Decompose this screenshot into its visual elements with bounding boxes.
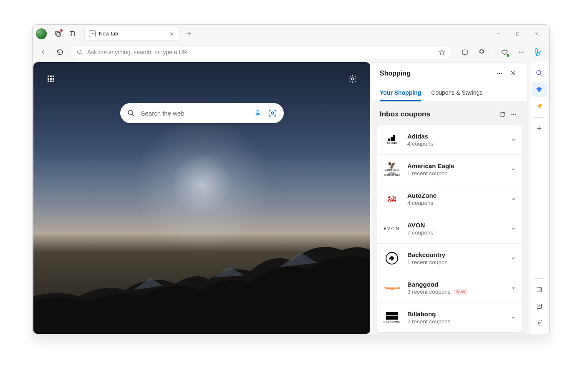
close-window-button[interactable]: [527, 27, 546, 40]
brand-name: Adidas: [407, 133, 504, 140]
split-screen-button[interactable]: [458, 45, 472, 59]
shopping-side-panel: Shopping Your Shopping Coupons & Savings…: [372, 62, 527, 334]
brand-logo: adidas: [383, 131, 401, 149]
brand-name: American Eagle: [407, 162, 504, 169]
profile-avatar[interactable]: [36, 28, 47, 39]
minimize-button[interactable]: [489, 27, 507, 40]
coupon-item[interactable]: 🦅AMERICAN EAGLEOUTFITTERSAmerican Eagle1…: [377, 155, 522, 184]
brand-name: Billabong: [407, 310, 504, 318]
sidebar-open-external-button[interactable]: [532, 299, 547, 314]
window-controls: [489, 27, 546, 40]
voice-search-button[interactable]: [254, 109, 262, 117]
titlebar: ⋯ New tab: [33, 25, 549, 43]
section-more-button[interactable]: [508, 108, 520, 120]
ntp-search-box[interactable]: Search the web: [120, 103, 284, 123]
brand-name: Backcountry: [407, 251, 504, 258]
svg-point-12: [78, 50, 81, 54]
brand-subtext: 1 recent coupon: [407, 259, 448, 265]
favorites-hub-button[interactable]: [497, 45, 512, 59]
panel-header: Shopping: [372, 63, 527, 84]
apps-grid-icon: [48, 76, 54, 82]
coupon-item[interactable]: AutoZoneAutoZone4 coupons: [377, 184, 522, 214]
brand-info: Backcountry1 recent coupon: [407, 251, 504, 266]
tab-close-button[interactable]: [168, 30, 175, 37]
tab-new-tab[interactable]: ⋯ New tab: [84, 27, 179, 41]
addressbar-input[interactable]: [87, 49, 434, 55]
image-search-button[interactable]: [268, 108, 277, 118]
ntp-search-placeholder: Search the web: [141, 110, 248, 117]
background-mountain: [33, 227, 370, 334]
sidebar-send-button[interactable]: [532, 99, 547, 114]
sidebar-add-button[interactable]: [532, 121, 547, 136]
brand-logo: AVON: [383, 220, 401, 237]
brand-name: AVON: [407, 222, 504, 229]
maximize-button[interactable]: [508, 27, 527, 40]
svg-point-41: [538, 322, 540, 324]
panel-title: Shopping: [380, 70, 493, 77]
tab-coupons-savings[interactable]: Coupons & Savings: [431, 89, 482, 101]
svg-point-21: [351, 78, 354, 80]
coupon-item[interactable]: AVONAVON7 coupons: [377, 214, 522, 244]
svg-rect-38: [537, 287, 541, 292]
copilot-button[interactable]: [531, 45, 545, 59]
brand-info: Adidas4 coupons: [407, 133, 504, 147]
svg-point-27: [499, 73, 500, 73]
svg-point-18: [519, 52, 520, 53]
addressbar[interactable]: [70, 45, 452, 59]
extensions-button[interactable]: [474, 45, 489, 59]
svg-rect-15: [462, 50, 467, 55]
section-title: Inbox coupons: [380, 110, 496, 118]
brand-subtext: 1 recent coupon: [407, 170, 448, 176]
svg-point-28: [501, 73, 502, 73]
panel-more-button[interactable]: [493, 67, 506, 80]
brand-name: Banggood: [407, 281, 504, 288]
brand-subtext: 3 recent coupons: [407, 289, 451, 295]
svg-marker-14: [439, 49, 445, 55]
brand-info: Billabong2 recent coupons: [407, 310, 504, 325]
chevron-down-icon: [510, 137, 516, 143]
refresh-button[interactable]: [53, 45, 67, 59]
coupon-item[interactable]: BILLABONGBillabong2 recent coupons: [377, 303, 522, 332]
favorite-button[interactable]: [438, 48, 446, 56]
brand-info: American Eagle1 recent coupon: [407, 162, 504, 177]
brand-subtext: 2 recent coupons: [407, 318, 451, 325]
menu-button[interactable]: [514, 45, 528, 59]
panel-close-button[interactable]: [506, 67, 520, 80]
svg-point-25: [271, 112, 274, 114]
sidebar-search-button[interactable]: [532, 66, 547, 81]
sidebar-panel-toggle-button[interactable]: [532, 282, 547, 297]
coupon-item[interactable]: adidasAdidas4 coupons: [377, 125, 522, 155]
brand-logo: 🦅AMERICAN EAGLEOUTFITTERS: [383, 161, 401, 178]
sidebar-strip: [529, 62, 548, 334]
panel-body[interactable]: Inbox coupons adidasAdidas4 coupons🦅AMER…: [372, 102, 527, 333]
coupon-item[interactable]: BanggoodBanggood3 recent couponsNew: [377, 273, 522, 303]
toolbar: [33, 43, 549, 61]
back-button[interactable]: [37, 45, 50, 59]
tab-your-shopping[interactable]: Your Shopping: [380, 89, 421, 101]
svg-line-35: [540, 74, 541, 76]
ntp-settings-button[interactable]: [345, 71, 360, 86]
ntp-topbar: [43, 71, 360, 86]
tab-actions-button[interactable]: [66, 28, 78, 40]
svg-rect-2: [70, 32, 75, 36]
chevron-down-icon: [510, 196, 516, 202]
svg-point-22: [128, 110, 133, 115]
refresh-coupons-button[interactable]: [496, 108, 508, 120]
brand-info: AutoZone4 coupons: [407, 192, 504, 207]
workspaces-button[interactable]: [52, 28, 64, 40]
chevron-down-icon: [510, 285, 516, 291]
section-header: Inbox coupons: [372, 102, 527, 125]
brand-logo: BILLABONG: [383, 309, 401, 326]
coupon-item[interactable]: Backcountry1 recent coupon: [377, 244, 522, 273]
svg-point-32: [513, 114, 514, 115]
svg-line-13: [81, 53, 82, 54]
brand-logo: AutoZone: [383, 190, 401, 208]
brand-name: AutoZone: [407, 192, 504, 199]
tabstrip: ⋯ New tab: [84, 27, 195, 41]
sidebar-settings-button[interactable]: [532, 315, 547, 330]
apps-launcher-button[interactable]: [43, 71, 58, 86]
sidebar-shopping-button[interactable]: [532, 82, 547, 97]
brand-logo: [383, 250, 401, 267]
svg-point-31: [511, 114, 512, 115]
new-tab-button[interactable]: [183, 28, 195, 40]
